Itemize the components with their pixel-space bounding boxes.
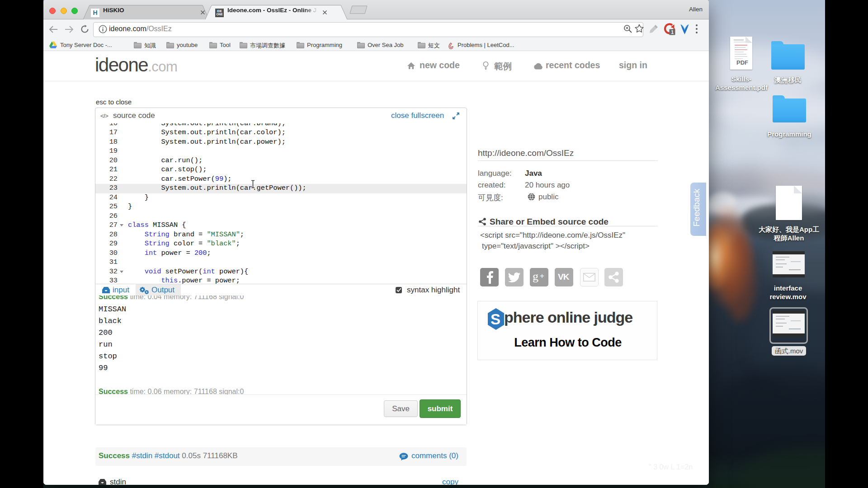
svg-text:PDF: PDF xyxy=(736,59,748,66)
svg-text:1: 1 xyxy=(671,29,674,35)
